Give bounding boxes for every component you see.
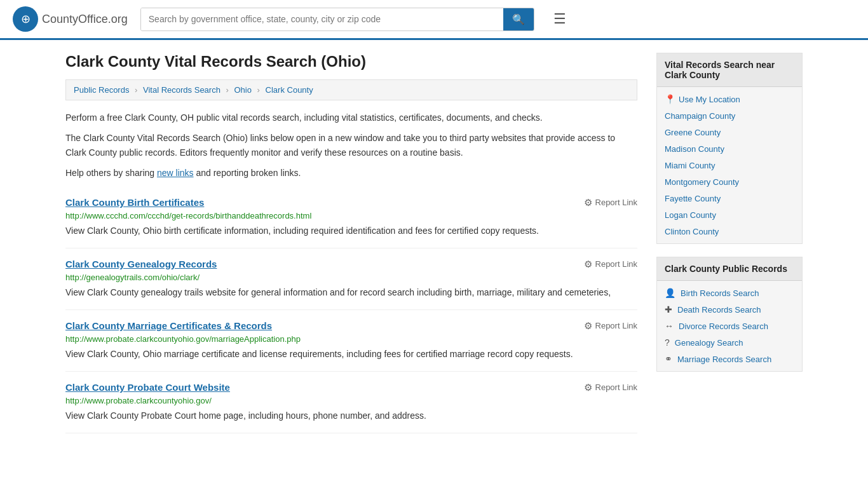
public-record-link-4[interactable]: Marriage Records Search (677, 355, 771, 364)
breadcrumb-ohio[interactable]: Ohio (234, 85, 252, 95)
nearby-counties-list: 📍 Use My Location Champaign CountyGreene… (657, 87, 802, 243)
records-list: Clark County Birth Certificates ⚙ Report… (65, 187, 637, 433)
record-type-icon-0: 👤 (665, 288, 675, 298)
new-links-link[interactable]: new links (157, 168, 194, 178)
public-record-item[interactable]: ✚ Death Records Search (657, 301, 802, 318)
public-record-item[interactable]: ↔ Divorce Records Search (657, 318, 802, 334)
report-icon-0: ⚙ (584, 197, 592, 208)
report-link-3[interactable]: ⚙ Report Link (584, 382, 637, 393)
search-bar: 🔍 (140, 8, 534, 31)
record-url-3[interactable]: http://www.probate.clarkcountyohio.gov/ (65, 396, 637, 405)
breadcrumb-clark-county[interactable]: Clark County (266, 85, 313, 95)
record-url-2[interactable]: http://www.probate.clarkcountyohio.gov/m… (65, 334, 637, 344)
nearby-county-link-7[interactable]: Clinton County (665, 227, 719, 236)
report-link-0[interactable]: ⚙ Report Link (584, 197, 637, 208)
record-type-icon-4: ⚭ (665, 354, 672, 364)
nearby-county-link-5[interactable]: Fayette County (665, 194, 721, 203)
record-desc-2: View Clark County, Ohio marriage certifi… (65, 348, 637, 361)
nearby-county-link-6[interactable]: Logan County (665, 210, 716, 220)
record-type-icon-3: ? (665, 337, 670, 348)
record-url-1[interactable]: http://genealogytrails.com/ohio/clark/ (65, 273, 637, 282)
nearby-county-item[interactable]: Montgomery County (657, 173, 802, 190)
search-input[interactable] (141, 8, 503, 30)
record-item: Clark County Birth Certificates ⚙ Report… (65, 187, 637, 248)
nearby-county-link-2[interactable]: Madison County (665, 144, 724, 154)
site-header: ⊕ CountyOffice.org 🔍 ☰ (0, 0, 868, 40)
public-records-title: Clark County Public Records (657, 257, 802, 281)
page-container: Clark County Vital Records Search (Ohio)… (53, 40, 815, 446)
record-desc-0: View Clark County, Ohio birth certificat… (65, 224, 637, 238)
record-type-icon-1: ✚ (665, 304, 672, 315)
record-title-0[interactable]: Clark County Birth Certificates (65, 197, 204, 208)
nearby-county-item[interactable]: Madison County (657, 140, 802, 157)
record-item: Clark County Probate Court Website ⚙ Rep… (65, 372, 637, 433)
public-record-item[interactable]: ⚭ Marriage Records Search (657, 351, 802, 367)
page-title: Clark County Vital Records Search (Ohio) (65, 53, 637, 71)
intro-text-2: The Clark County Vital Records Search (O… (65, 131, 637, 159)
record-item: Clark County Genealogy Records ⚙ Report … (65, 248, 637, 310)
record-url-0[interactable]: http://www.ccchd.com/ccchd/get-records/b… (65, 211, 637, 220)
public-record-item[interactable]: 👤 Birth Records Search (657, 285, 802, 301)
record-title-3[interactable]: Clark County Probate Court Website (65, 382, 230, 393)
nearby-county-link-3[interactable]: Miami County (665, 161, 715, 170)
logo-text: CountyOffice.org (42, 13, 128, 26)
record-title-1[interactable]: Clark County Genealogy Records (65, 259, 217, 269)
record-desc-3: View Clark County Probate Court home pag… (65, 409, 637, 423)
public-record-link-3[interactable]: Genealogy Search (675, 338, 743, 348)
record-type-icon-2: ↔ (665, 321, 674, 331)
record-item: Clark County Marriage Certificates & Rec… (65, 310, 637, 372)
nearby-section-title: Vital Records Search near Clark County (657, 53, 802, 87)
report-icon-3: ⚙ (584, 382, 592, 393)
public-record-item[interactable]: ? Genealogy Search (657, 334, 802, 351)
use-location-label: Use My Location (679, 95, 740, 104)
site-logo[interactable]: ⊕ CountyOffice.org (13, 6, 128, 32)
menu-icon[interactable]: ☰ (553, 11, 566, 27)
logo-icon: ⊕ (13, 6, 38, 32)
nearby-county-item[interactable]: Greene County (657, 124, 802, 140)
report-link-2[interactable]: ⚙ Report Link (584, 320, 637, 332)
nearby-county-link-4[interactable]: Montgomery County (665, 177, 739, 187)
report-icon-2: ⚙ (584, 320, 592, 332)
nearby-county-item[interactable]: Fayette County (657, 190, 802, 207)
nearby-county-item[interactable]: Logan County (657, 207, 802, 223)
intro-text-1: Perform a free Clark County, OH public v… (65, 111, 637, 125)
nearby-section: Vital Records Search near Clark County 📍… (656, 53, 803, 244)
nearby-county-item[interactable]: Champaign County (657, 107, 802, 124)
public-record-link-1[interactable]: Death Records Search (677, 305, 761, 315)
nearby-county-link-0[interactable]: Champaign County (665, 111, 735, 121)
intro-text-3: Help others by sharing new links and rep… (65, 166, 637, 180)
public-record-link-0[interactable]: Birth Records Search (681, 288, 759, 298)
sidebar: Vital Records Search near Clark County 📍… (656, 53, 803, 433)
record-title-2[interactable]: Clark County Marriage Certificates & Rec… (65, 320, 272, 331)
report-link-1[interactable]: ⚙ Report Link (584, 259, 637, 270)
public-records-list: 👤 Birth Records Search ✚ Death Records S… (657, 281, 802, 371)
record-desc-1: View Clark County genealogy trails websi… (65, 286, 637, 299)
nearby-county-link-1[interactable]: Greene County (665, 128, 721, 137)
report-icon-1: ⚙ (584, 259, 592, 270)
breadcrumb-public-records[interactable]: Public Records (74, 85, 129, 95)
main-content: Clark County Vital Records Search (Ohio)… (65, 53, 637, 433)
public-record-link-2[interactable]: Divorce Records Search (679, 322, 768, 331)
nearby-county-item[interactable]: Miami County (657, 157, 802, 173)
search-button[interactable]: 🔍 (503, 8, 534, 30)
breadcrumb-vital-records[interactable]: Vital Records Search (143, 85, 220, 95)
nearby-county-item[interactable]: Clinton County (657, 223, 802, 240)
breadcrumb: Public Records › Vital Records Search › … (65, 79, 637, 100)
use-location-item[interactable]: 📍 Use My Location (657, 91, 802, 107)
public-records-section: Clark County Public Records 👤 Birth Reco… (656, 257, 803, 372)
